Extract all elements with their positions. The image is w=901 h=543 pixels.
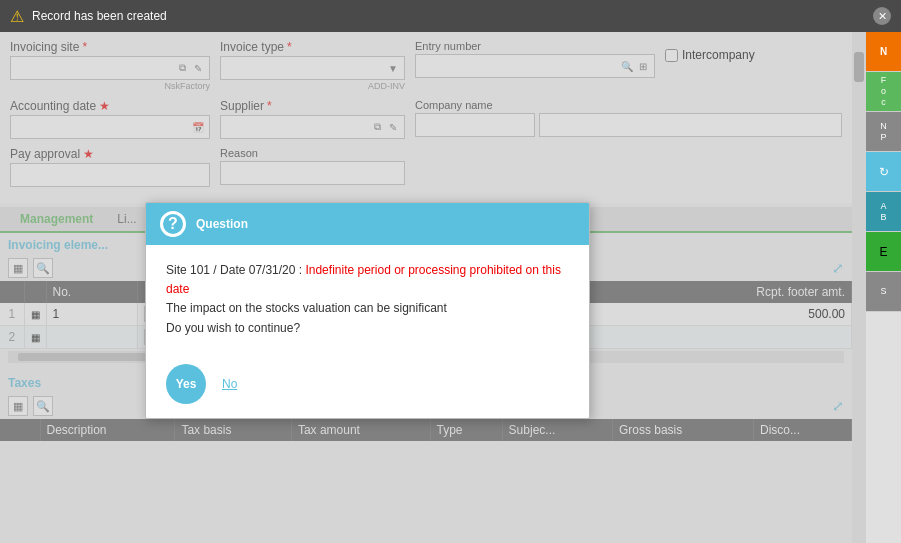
question-dialog: ? Question Site 101 / Date 07/31/20 : In…	[145, 202, 590, 419]
right-btn-refresh[interactable]: ↻	[866, 152, 901, 192]
no-button[interactable]: No	[222, 377, 237, 391]
vertical-scrollbar[interactable]	[852, 32, 866, 543]
notification-message: Record has been created	[32, 9, 167, 23]
dialog-header: ? Question	[146, 203, 589, 245]
dialog-overlay: ? Question Site 101 / Date 07/31/20 : In…	[0, 32, 852, 543]
content-area: Invoicing site * 101 ⧉ ✎ NskFactory Invo…	[0, 32, 852, 543]
right-btn-s[interactable]: S	[866, 272, 901, 312]
right-btn-e[interactable]: E	[866, 232, 901, 272]
dialog-footer: Yes No	[146, 354, 589, 418]
right-btn-np[interactable]: NP	[866, 112, 901, 152]
scrollbar-thumb[interactable]	[854, 52, 864, 82]
dialog-line1: Site 101 / Date 07/31/20 : Indefinite pe…	[166, 261, 569, 299]
dialog-question-icon: ?	[160, 211, 186, 237]
right-btn-f[interactable]: Foc	[866, 72, 901, 112]
notification-bar: ⚠ Record has been created ✕	[0, 0, 901, 32]
right-btn-n[interactable]: N	[866, 32, 901, 72]
right-panel: N Foc NP ↻ AB E S	[866, 32, 901, 543]
warning-icon: ⚠	[10, 7, 24, 26]
yes-button[interactable]: Yes	[166, 364, 206, 404]
right-btn-ab[interactable]: AB	[866, 192, 901, 232]
dialog-body: Site 101 / Date 07/31/20 : Indefinite pe…	[146, 245, 589, 354]
dialog-line1-prefix: Site 101 / Date 07/31/20 :	[166, 263, 305, 277]
dialog-line2: The impact on the stocks valuation can b…	[166, 299, 569, 318]
dialog-line3: Do you wish to continue?	[166, 319, 569, 338]
notification-close-button[interactable]: ✕	[873, 7, 891, 25]
dialog-title: Question	[196, 217, 248, 231]
